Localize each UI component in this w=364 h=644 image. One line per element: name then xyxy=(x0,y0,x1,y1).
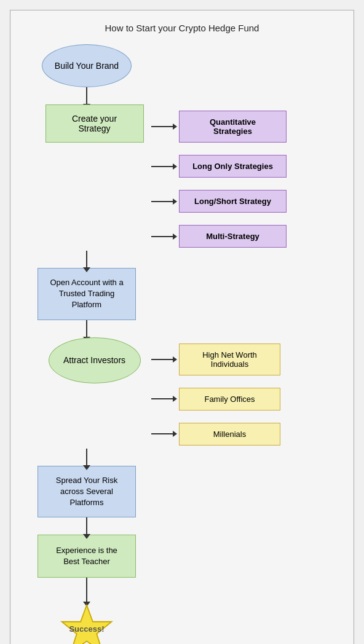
arrow-2 xyxy=(86,251,87,268)
success-star-container: Success! xyxy=(59,602,114,644)
branch-line-6 xyxy=(151,398,173,399)
spread-risk-node: Spread Your Risk across Several Platform… xyxy=(38,466,136,518)
branch-line-7 xyxy=(151,433,173,434)
branch-line-3 xyxy=(151,201,173,202)
arrow-1 xyxy=(86,87,87,104)
arrow-3 xyxy=(86,320,87,337)
attract-investors-node: Attract Investors xyxy=(49,337,141,383)
arrow-5 xyxy=(86,517,87,535)
branch-millenials: Millenials xyxy=(151,423,342,446)
branch-line-5 xyxy=(151,359,173,360)
arrow-4 xyxy=(86,449,87,466)
investor-box-2: Family Offices xyxy=(179,388,280,410)
branch-quantitative: Quantitative Strategies xyxy=(151,111,342,143)
strategy-box-2: Long Only Strategies xyxy=(179,155,287,178)
success-star: Success! xyxy=(59,602,114,644)
branch-family: Family Offices xyxy=(151,388,342,410)
branch-long-short: Long/Short Strategy xyxy=(151,190,342,213)
branch-line-2 xyxy=(151,166,173,167)
branch-line-4 xyxy=(151,236,173,237)
strategy-box-3: Long/Short Strategy xyxy=(179,190,287,213)
success-label: Success! xyxy=(69,624,104,634)
strategy-box-1: Quantitative Strategies xyxy=(179,111,287,143)
branch-long-only: Long Only Strategies xyxy=(151,155,342,178)
build-brand-node: Build Your Brand xyxy=(42,44,132,87)
strategy-box-4: Multi-Strategy xyxy=(179,225,287,248)
branch-hnwi: High Net Worth Individuals xyxy=(151,344,342,375)
investor-box-1: High Net Worth Individuals xyxy=(179,344,280,375)
diagram-container: How to Start your Crypto Hedge Fund Buil… xyxy=(10,10,354,644)
investor-box-3: Millenials xyxy=(179,423,280,446)
branch-line-1 xyxy=(151,126,173,127)
branch-multi: Multi-Strategy xyxy=(151,225,342,248)
create-strategy-node: Create your Strategy xyxy=(46,104,144,143)
arrow-6 xyxy=(86,578,87,602)
open-account-node: Open Account with a Trusted Trading Plat… xyxy=(38,268,136,320)
diagram-title: How to Start your Crypto Hedge Fund xyxy=(17,23,347,33)
experience-node: Experience is the Best Teacher xyxy=(38,535,136,578)
